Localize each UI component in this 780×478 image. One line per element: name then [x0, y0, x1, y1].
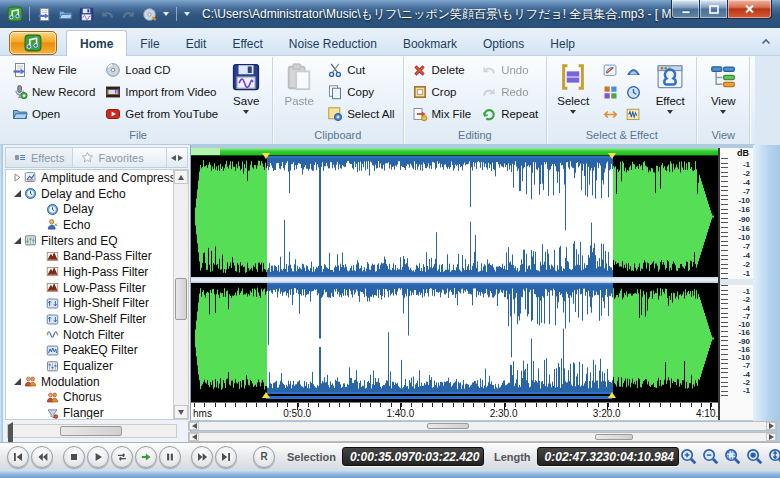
record-button[interactable]: R — [253, 446, 275, 468]
scrollbar-thumb[interactable] — [595, 434, 633, 440]
redo-qat-button[interactable] — [119, 5, 137, 23]
panel-tab-favorites[interactable]: Favorites — [73, 148, 151, 167]
scroll-up-button[interactable] — [174, 170, 188, 184]
tab-bookmark[interactable]: Bookmark — [390, 32, 470, 56]
view-button[interactable]: View — [700, 59, 746, 127]
scroll-down-button[interactable] — [174, 405, 188, 419]
load-cd-button[interactable]: Load CD — [102, 59, 221, 81]
scrollbar-thumb[interactable] — [60, 426, 122, 436]
time-tool-button[interactable] — [622, 82, 644, 103]
minimize-button[interactable] — [671, 0, 700, 19]
panel-tab-effects[interactable]: Effects — [6, 148, 73, 167]
stretch-tool-button[interactable] — [599, 104, 621, 125]
wave-library-tool-button[interactable] — [622, 104, 644, 125]
repeat-button[interactable]: Repeat — [478, 103, 541, 125]
selection-end-marker[interactable] — [608, 392, 616, 398]
tree-item-chorus[interactable]: Chorus — [6, 390, 173, 406]
tree-item-echo[interactable]: Echo — [6, 217, 173, 233]
tree-vertical-scrollbar[interactable] — [173, 169, 189, 420]
rewind-button[interactable] — [31, 446, 53, 468]
pager-left-icon[interactable] — [171, 155, 176, 161]
play-button[interactable] — [87, 446, 109, 468]
select-all-button[interactable]: Select All — [324, 103, 397, 125]
waveform-channel-left[interactable] — [191, 156, 718, 277]
tab-effect[interactable]: Effect — [219, 32, 275, 56]
save-button[interactable]: Save — [223, 59, 269, 127]
expand-icon[interactable] — [10, 173, 24, 182]
zoom-full-button[interactable] — [745, 447, 765, 467]
get-from-youtube-button[interactable]: Get from YouTube — [102, 103, 221, 125]
cut-button[interactable]: Cut — [324, 59, 397, 81]
scroll-right-button[interactable] — [766, 422, 776, 430]
open-qat-button[interactable] — [56, 5, 74, 23]
collapse-icon[interactable] — [10, 377, 24, 386]
close-button[interactable] — [727, 0, 772, 19]
scroll-left-button[interactable] — [189, 433, 199, 441]
paste-button[interactable]: Paste — [276, 59, 322, 127]
waveform-view[interactable]: hms 0:50.01:40.02:30.03:20.04:10.0 — [191, 148, 718, 420]
scroll-right-button[interactable] — [766, 433, 776, 441]
tree-item-equalizer[interactable]: Equalizer — [6, 358, 173, 374]
burn-dropdown-icon[interactable] — [163, 12, 169, 16]
selection-start-marker[interactable] — [262, 392, 270, 398]
mix-file-button[interactable]: Mix File — [409, 103, 475, 125]
overview-strip[interactable] — [191, 148, 718, 156]
tree-item-delay[interactable]: Delay — [6, 201, 173, 217]
tab-noise-reduction[interactable]: Noise Reduction — [276, 32, 390, 56]
tree-item-modulation[interactable]: Modulation — [6, 374, 173, 390]
copy-button[interactable]: Copy — [324, 81, 397, 103]
collapse-icon[interactable] — [10, 189, 24, 198]
waveform-scrollbar-left-channel[interactable] — [188, 421, 777, 431]
new-record-button[interactable]: New Record — [9, 81, 98, 103]
zoom-in-button[interactable] — [679, 447, 699, 467]
pager-right-icon[interactable] — [178, 155, 183, 161]
scroll-left-button[interactable] — [189, 422, 199, 430]
selection-start-marker[interactable] — [262, 153, 270, 159]
new-file-qat-button[interactable] — [35, 5, 53, 23]
tree-item-peakeq-filter[interactable]: PeakEQ Filter — [6, 343, 173, 359]
tree-horizontal-scrollbar[interactable] — [7, 424, 177, 438]
fast-forward-button[interactable] — [191, 446, 213, 468]
redo-button[interactable]: Redo — [478, 81, 541, 103]
smooth-tool-button[interactable] — [622, 60, 644, 81]
gauge-tool-button[interactable] — [599, 60, 621, 81]
selection-marker-strip[interactable] — [191, 394, 718, 402]
waveform-channel-right[interactable] — [191, 283, 718, 394]
skip-end-button[interactable] — [215, 446, 237, 468]
customize-qat-icon[interactable] — [184, 12, 190, 16]
tab-home[interactable]: Home — [66, 30, 127, 56]
tree-item-low-pass-filter[interactable]: Low-Pass Filter — [6, 280, 173, 296]
scrollbar-thumb[interactable] — [427, 423, 469, 429]
tree-item-filters-and-eq[interactable]: Filters and EQ — [6, 233, 173, 249]
zoom-vertical-in-button[interactable] — [767, 447, 780, 467]
tree-item-band-pass-filter[interactable]: Band-Pass Filter — [6, 248, 173, 264]
new-file-button[interactable]: New File — [9, 59, 98, 81]
undo-qat-button[interactable] — [98, 5, 116, 23]
waveform-scrollbar-right-channel[interactable] — [188, 432, 777, 442]
delete-button[interactable]: Delete — [409, 59, 475, 81]
undo-button[interactable]: Undo — [478, 59, 541, 81]
preset-tool-button[interactable] — [599, 82, 621, 103]
zoom-selection-button[interactable] — [723, 447, 743, 467]
collapse-icon[interactable] — [10, 236, 24, 245]
tree-item-notch-filter[interactable]: Notch Filter — [6, 327, 173, 343]
burn-qat-button[interactable] — [140, 5, 158, 23]
tree-item-high-shelf-filter[interactable]: High-Shelf Filter — [6, 296, 173, 312]
save-qat-button[interactable] — [77, 5, 95, 23]
selection-end-marker[interactable] — [608, 153, 616, 159]
loop-button[interactable] — [111, 446, 133, 468]
scrollbar-thumb[interactable] — [175, 278, 187, 320]
tree-item-low-shelf-filter[interactable]: Low-Shelf Filter — [6, 311, 173, 327]
open-button[interactable]: Open — [9, 103, 98, 125]
crop-button[interactable]: Crop — [409, 81, 475, 103]
application-menu-button[interactable] — [9, 31, 57, 55]
maximize-button[interactable] — [700, 0, 727, 19]
tree-item-delay-and-echo[interactable]: Delay and Echo — [6, 186, 173, 202]
timeline-ruler[interactable]: hms 0:50.01:40.02:30.03:20.04:10.0 — [191, 402, 718, 420]
import-from-video-button[interactable]: Import from Video — [102, 81, 221, 103]
tree-item-amplitude-and-compression[interactable]: Amplitude and Compression — [6, 170, 173, 186]
skip-start-button[interactable] — [7, 446, 29, 468]
tab-edit[interactable]: Edit — [173, 32, 220, 56]
tab-file[interactable]: File — [127, 32, 172, 56]
go-button[interactable] — [135, 446, 157, 468]
